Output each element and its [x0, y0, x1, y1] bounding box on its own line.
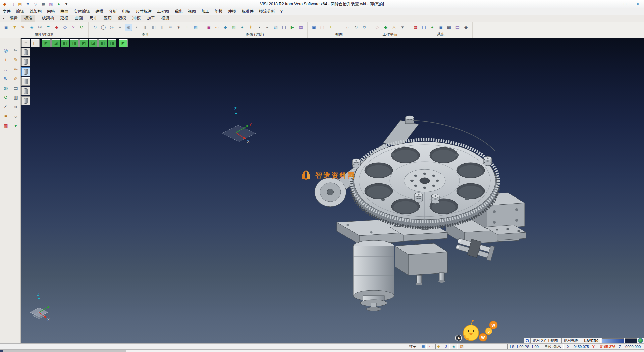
type-filter-icon[interactable]: ◇ — [61, 24, 69, 31]
zoom-all-icon[interactable]: ▣ — [310, 24, 318, 31]
background-icon[interactable]: ▧ — [272, 24, 279, 31]
ribbon-tab[interactable]: 编辑 — [7, 15, 21, 22]
axis-display-icon[interactable]: + — [183, 24, 191, 31]
ribbon-tab[interactable]: 标准 — [21, 15, 35, 22]
current-view-label[interactable]: 绝对 XY 上视图 — [530, 338, 560, 343]
shaded-mode-icon[interactable]: ● — [116, 24, 124, 31]
solid-select-icon[interactable] — [21, 48, 30, 56]
marker-icon[interactable]: ✐ — [12, 75, 20, 83]
menu-item[interactable]: 曲面 — [58, 9, 71, 14]
view-front-icon[interactable]: ◧ — [61, 39, 69, 47]
point-display-icon[interactable]: ∗ — [175, 24, 182, 31]
layer-color-swatch[interactable] — [602, 338, 624, 343]
pencil-icon[interactable]: ✎ — [12, 56, 20, 64]
background-color-swatch[interactable] — [625, 338, 637, 343]
reset-filter-icon[interactable]: ↺ — [78, 24, 86, 31]
tab-overflow-caret-icon[interactable]: ▾ — [1, 16, 6, 20]
viewport-single-icon[interactable]: ▢ — [31, 39, 40, 47]
filter-icon[interactable]: ▼ — [11, 24, 18, 31]
wireframe-mode-icon[interactable]: ◯ — [100, 24, 107, 31]
hidden-line-mode-icon[interactable]: ◎ — [108, 24, 115, 31]
lighting-icon[interactable]: ☀ — [247, 24, 254, 31]
animation-icon[interactable]: ▶ — [289, 24, 296, 31]
ribbon-tab[interactable]: 建模 — [57, 15, 71, 22]
material-icon[interactable]: ◆ — [222, 24, 229, 31]
redraw-icon[interactable]: ↻ — [91, 24, 99, 31]
workplane-origin-icon[interactable]: ◆ — [382, 24, 389, 31]
attributes-icon[interactable]: ▣ — [3, 24, 10, 31]
section-view-icon[interactable]: ◧ — [150, 24, 157, 31]
menu-item[interactable]: 系统 — [172, 9, 185, 14]
clock-icon[interactable]: ○ — [12, 112, 20, 120]
grid-toggle-icon[interactable]: ▦ — [420, 344, 427, 349]
ribbon-tab[interactable]: 曲面 — [72, 15, 86, 22]
window-config-icon[interactable]: ▣ — [437, 24, 444, 31]
absolute-view-label[interactable]: 绝对视图 — [561, 338, 581, 343]
view-iso-icon[interactable]: ◧ — [98, 39, 107, 47]
lock-toggle[interactable]: 挂宇 — [407, 344, 419, 349]
viewport-canvas[interactable]: ≡▢◩◪◧◨◩◪◧◨◩ — [21, 38, 644, 343]
minimize-button[interactable]: ─ — [606, 0, 619, 8]
previous-view-icon[interactable]: ↺ — [361, 24, 368, 31]
face-select-icon[interactable] — [21, 57, 30, 66]
capture-icon[interactable]: ▦ — [297, 24, 305, 31]
menu-item[interactable]: 实体编辑 — [71, 9, 93, 14]
select-filter-icon[interactable]: ◎ — [2, 46, 10, 54]
pan-view-icon[interactable]: ↔ — [344, 24, 351, 31]
body-list-icon[interactable] — [21, 96, 30, 105]
layer-manager-icon[interactable]: ≡ — [45, 24, 52, 31]
menu-item[interactable]: 模流分析 — [256, 9, 278, 14]
quick-access-caret-icon[interactable]: ▾ — [63, 1, 70, 7]
scrollbar-thumb[interactable] — [3, 350, 126, 352]
menu-item[interactable]: 编辑 — [13, 9, 27, 14]
horizontal-scrollbar[interactable] — [0, 349, 644, 352]
move-arrows-icon[interactable]: ↔ — [2, 65, 10, 73]
save-all-icon[interactable]: ▽ — [32, 1, 39, 7]
workplane-icon[interactable]: ◇ — [374, 24, 381, 31]
3d-box-icon[interactable]: ◆ — [462, 24, 470, 31]
ribbon-tab[interactable]: 冲模 — [129, 15, 144, 22]
zoom-in-icon[interactable]: + — [327, 24, 334, 31]
display-settings-icon[interactable]: ▢ — [420, 24, 428, 31]
maximize-button[interactable]: □ — [619, 0, 631, 8]
new-file-icon[interactable]: ▢ — [9, 1, 16, 7]
menu-item[interactable]: 冲模 — [225, 9, 239, 14]
crosshair-icon[interactable]: + — [2, 56, 10, 64]
ribbon-tab[interactable]: 加工 — [144, 15, 158, 22]
menu-item[interactable]: 标准件 — [239, 9, 256, 14]
stereo-glasses-icon[interactable]: ∞ — [213, 24, 221, 31]
menu-item[interactable]: 线架构 — [27, 9, 44, 14]
edge-select-icon[interactable] — [21, 67, 30, 76]
export-icon[interactable]: ▼ — [12, 122, 20, 130]
menu-item[interactable]: 建模 — [93, 9, 106, 14]
reflection-icon[interactable]: ◒ — [264, 24, 271, 31]
import-icon[interactable]: ▧ — [48, 1, 54, 7]
erase-filter-icon[interactable]: × — [70, 24, 77, 31]
list-icon[interactable]: ≡ — [2, 112, 10, 120]
ribbon-tab[interactable]: 应用 — [101, 15, 115, 22]
antialias-icon[interactable]: ▨ — [192, 24, 199, 31]
viewport-list-icon[interactable]: ≡ — [21, 39, 30, 47]
snapshot-icon[interactable]: ▢ — [280, 24, 288, 31]
close-button[interactable]: × — [631, 0, 644, 8]
sheet-icon[interactable]: ▤ — [12, 84, 20, 92]
numeric-input-icon[interactable]: 2 — [443, 344, 450, 349]
view-back-icon[interactable]: ◨ — [70, 39, 79, 47]
view-left-icon[interactable]: ◩ — [79, 39, 88, 47]
scissors-icon[interactable]: ✂ — [12, 46, 20, 54]
ribbon-tab[interactable]: 模流 — [158, 15, 172, 22]
save-icon[interactable]: ▼ — [24, 1, 31, 7]
menu-item[interactable]: 塑模 — [212, 9, 225, 14]
translucency-icon[interactable]: ◐ — [133, 24, 141, 31]
database-icon[interactable]: ▤ — [454, 24, 461, 31]
menu-item[interactable]: 电极 — [119, 9, 133, 14]
view-iso-rear-icon[interactable]: ◨ — [108, 39, 116, 47]
menu-item[interactable]: ? — [278, 9, 285, 14]
body-display-icon[interactable] — [21, 77, 30, 86]
menu-item[interactable]: 网格 — [44, 9, 58, 14]
match-properties-icon[interactable]: ✎ — [19, 24, 27, 31]
world-icon[interactable]: ● — [55, 1, 62, 7]
ribbon-tab[interactable]: 尺寸 — [86, 15, 100, 22]
frame-toggle-icon[interactable]: ▭ — [428, 344, 434, 349]
shadow-icon[interactable]: ◑ — [255, 24, 263, 31]
